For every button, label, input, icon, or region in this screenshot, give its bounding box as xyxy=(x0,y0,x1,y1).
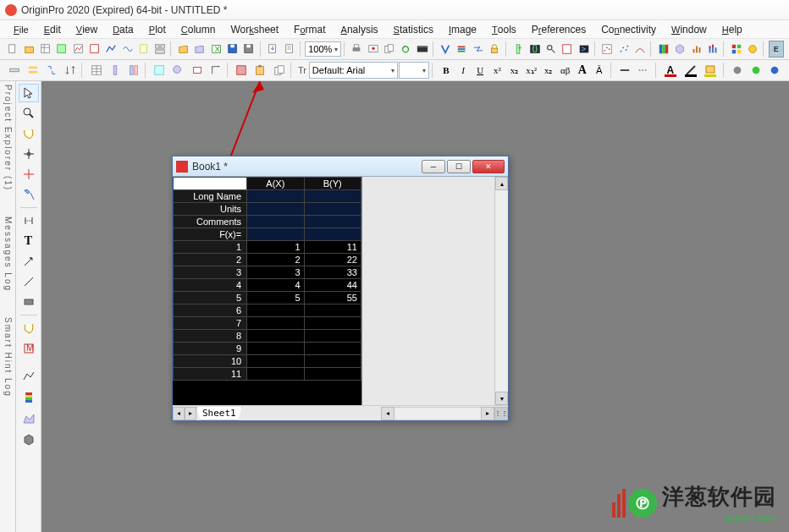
menu-connectivity[interactable]: Connectivity xyxy=(594,21,663,38)
workbook-titlebar[interactable]: Book1 * ─ ☐ ✕ xyxy=(173,156,508,177)
recalc-icon[interactable] xyxy=(438,41,453,58)
color-scale-icon[interactable] xyxy=(19,388,39,407)
reader-tool[interactable] xyxy=(19,145,39,163)
worksheet-grid[interactable]: A(X)B(Y)Long NameUnitsCommentsF(x)=11112… xyxy=(173,177,362,405)
duplicate-icon[interactable] xyxy=(382,41,397,58)
menu-preferences[interactable]: Preferences xyxy=(525,21,593,38)
slide-show-icon[interactable] xyxy=(365,41,380,58)
video-icon[interactable] xyxy=(414,41,429,58)
menu-statistics[interactable]: Statistics xyxy=(387,21,440,38)
import-wizard-icon[interactable] xyxy=(265,41,280,58)
menu-view[interactable]: View xyxy=(69,21,104,38)
batch-icon[interactable] xyxy=(455,41,470,58)
colormap-icon[interactable] xyxy=(656,41,671,58)
notes-icon[interactable] xyxy=(136,41,152,58)
text-tool[interactable]: T xyxy=(19,232,39,250)
subsuper-button[interactable]: x₂ xyxy=(540,62,556,79)
refresh-icon[interactable] xyxy=(398,41,413,58)
close-button[interactable]: ✕ xyxy=(472,160,505,173)
line-dash-button[interactable] xyxy=(634,62,652,79)
open-icon[interactable] xyxy=(176,41,191,58)
paste-icon[interactable] xyxy=(251,62,269,79)
code-icon[interactable]: {} xyxy=(527,41,542,58)
layer-icon[interactable] xyxy=(188,62,206,79)
new-matrix-icon[interactable] xyxy=(87,41,102,58)
new-function-icon[interactable] xyxy=(119,41,135,58)
mask2-icon[interactable] xyxy=(233,62,251,79)
menu-format[interactable]: Format xyxy=(287,21,332,38)
bigfont-button[interactable]: A xyxy=(574,62,590,79)
stacked-bar-icon[interactable] xyxy=(705,41,720,58)
workbook-window[interactable]: Book1 * ─ ☐ ✕ A(X)B(Y)Long NameUnitsComm… xyxy=(172,156,509,421)
learning-icon[interactable] xyxy=(745,41,760,58)
lock-icon[interactable] xyxy=(487,41,502,58)
open-excel-icon[interactable]: X xyxy=(209,41,224,58)
vertical-scrollbar[interactable]: ▴ ▾ xyxy=(494,177,508,405)
print-icon[interactable] xyxy=(349,41,364,58)
sheet-nav-first-icon[interactable]: ◂ xyxy=(173,407,185,420)
transpose-icon[interactable] xyxy=(42,62,60,79)
menu-column[interactable]: Column xyxy=(174,21,223,38)
english-icon[interactable]: E xyxy=(769,41,784,58)
palette1-icon[interactable] xyxy=(729,62,747,79)
font-color-button[interactable]: A xyxy=(660,62,680,79)
new-workbook-icon[interactable] xyxy=(38,41,53,58)
menu-window[interactable]: Window xyxy=(665,21,714,38)
sheet-tab[interactable]: Sheet1 xyxy=(196,407,242,420)
rect-tool[interactable] xyxy=(19,293,39,311)
zoom-combo[interactable]: 100% xyxy=(305,41,340,57)
transfer-icon[interactable] xyxy=(471,41,486,58)
subscript-button[interactable]: x₂ xyxy=(506,62,522,79)
stats-icon[interactable] xyxy=(688,41,703,58)
scatter-icon[interactable] xyxy=(616,41,632,58)
superscript-button[interactable]: x² xyxy=(489,62,505,79)
project-explorer-tab[interactable]: Project Explorer (1) xyxy=(3,85,13,191)
scroll-up-icon[interactable]: ▴ xyxy=(495,177,508,190)
greek-button[interactable]: αβ xyxy=(557,62,573,79)
col-xy-icon[interactable] xyxy=(124,62,142,79)
save-icon[interactable] xyxy=(225,41,240,58)
menu-analysis[interactable]: Analysis xyxy=(334,21,385,38)
line-style-button[interactable] xyxy=(615,62,633,79)
palette3-icon[interactable] xyxy=(766,62,784,79)
accentA-button[interactable]: Ǎ xyxy=(591,62,607,79)
smart-hint-tab[interactable]: Smart Hint Log xyxy=(3,317,13,398)
table-icon[interactable] xyxy=(87,62,105,79)
palette2-icon[interactable] xyxy=(748,62,765,79)
menu-tools[interactable]: Tools xyxy=(485,21,523,38)
sheet-nav-prev-icon[interactable]: ▸ xyxy=(185,407,196,420)
worksheet-empty-area[interactable] xyxy=(362,177,494,405)
apps-icon[interactable] xyxy=(728,41,743,58)
results-log-icon[interactable] xyxy=(560,41,575,58)
zoom-tool[interactable] xyxy=(19,104,39,123)
new-project-icon[interactable] xyxy=(5,41,20,58)
3d-icon[interactable] xyxy=(672,41,687,58)
menu-image[interactable]: Image xyxy=(442,21,483,38)
new-folder-icon[interactable] xyxy=(21,41,36,58)
rescale-icon[interactable] xyxy=(207,62,224,79)
menu-data[interactable]: Data xyxy=(106,21,141,38)
menu-worksheet[interactable]: Worksheet xyxy=(223,21,285,38)
font-size-combo[interactable] xyxy=(399,62,430,79)
new-2dplot-icon[interactable] xyxy=(103,41,119,58)
scroll-left-icon[interactable]: ◂ xyxy=(381,407,394,420)
horizontal-scrollbar[interactable]: ◂ ▸ ⋮⋮ xyxy=(381,407,508,420)
scroll-right-icon[interactable]: ▸ xyxy=(481,407,494,420)
fitter-icon[interactable] xyxy=(632,41,648,58)
scroll-down-icon[interactable]: ▾ xyxy=(495,392,508,405)
messages-log-tab[interactable]: Messages Log xyxy=(3,217,13,292)
save-template-icon[interactable] xyxy=(241,41,257,58)
col-icon[interactable] xyxy=(106,62,124,79)
import-single-icon[interactable] xyxy=(281,41,296,58)
maximize-button[interactable]: ☐ xyxy=(447,160,471,173)
draw-data-tool[interactable] xyxy=(19,211,39,230)
annotation-cursor-tool[interactable] xyxy=(19,185,39,204)
pointer-tool[interactable] xyxy=(19,84,39,102)
italic-button[interactable]: I xyxy=(455,62,471,79)
pan-tool[interactable] xyxy=(19,124,39,143)
menu-file[interactable]: File xyxy=(7,21,36,38)
line-plot-icon[interactable] xyxy=(19,367,39,386)
font-combo[interactable]: Default: Arial xyxy=(309,62,398,79)
digitize-icon[interactable] xyxy=(599,41,615,58)
arrow-tool[interactable] xyxy=(19,252,39,271)
